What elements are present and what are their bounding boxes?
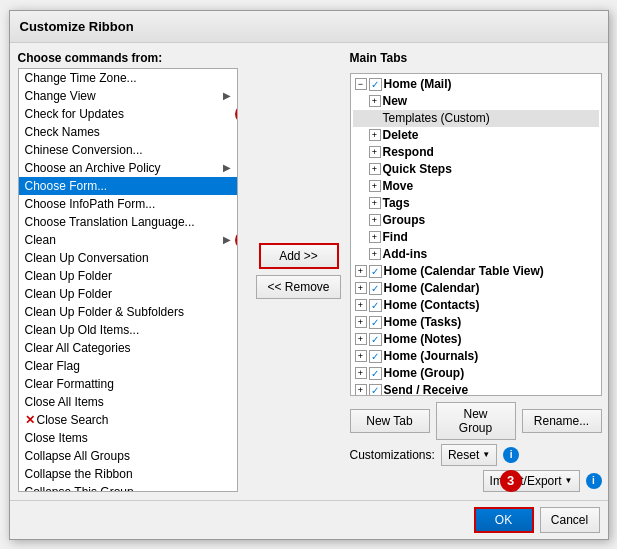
- tab-group-buttons-row: New Tab New Group Rename...: [350, 402, 602, 440]
- new-group-button[interactable]: New Group: [436, 402, 516, 440]
- tree-label: Home (Group): [384, 366, 465, 380]
- menu-item-clean-up-folder-subfolders[interactable]: Clean Up Folder & Subfolders: [19, 303, 237, 321]
- tree-label: Groups: [383, 213, 426, 227]
- checkbox[interactable]: [369, 299, 382, 312]
- checkbox[interactable]: [369, 384, 382, 396]
- menu-item-collapse-ribbon[interactable]: Collapse the Ribbon: [19, 465, 237, 483]
- tree-item-home-journals[interactable]: + Home (Journals): [353, 348, 599, 365]
- tree-item-groups[interactable]: + Groups: [353, 212, 599, 229]
- tree-label: Home (Tasks): [384, 315, 462, 329]
- checkbox[interactable]: [369, 265, 382, 278]
- menu-item-collapse-this-group[interactable]: Collapse This Group: [19, 483, 237, 492]
- menu-item-label: Change View: [25, 89, 96, 103]
- menu-item-label: Clean Up Folder & Subfolders: [25, 305, 184, 319]
- tree-label: Home (Notes): [384, 332, 462, 346]
- menu-item-choose-translation[interactable]: Choose Translation Language...: [19, 213, 237, 231]
- tree-item-home-group[interactable]: + Home (Group): [353, 365, 599, 382]
- menu-item-check-names[interactable]: Check Names: [19, 123, 237, 141]
- close-x-icon: ✕: [25, 413, 35, 427]
- checkbox[interactable]: [369, 316, 382, 329]
- menu-item-clear-flag[interactable]: Clear Flag: [19, 357, 237, 375]
- menu-item-clean-up-old-items[interactable]: Clean Up Old Items...: [19, 321, 237, 339]
- menu-item-close-items[interactable]: Close Items: [19, 429, 237, 447]
- checkbox[interactable]: [369, 367, 382, 380]
- dialog-title: Customize Ribbon: [10, 11, 608, 43]
- menu-item-label: Change Time Zone...: [25, 71, 137, 85]
- cancel-button[interactable]: Cancel: [540, 507, 600, 533]
- checkbox-home-mail[interactable]: [369, 78, 382, 91]
- menu-item-clear-formatting[interactable]: Clear Formatting: [19, 375, 237, 393]
- expand-icon: +: [369, 95, 381, 107]
- checkbox[interactable]: [369, 282, 382, 295]
- expand-icon: +: [369, 248, 381, 260]
- checkbox[interactable]: [369, 333, 382, 346]
- new-tab-button[interactable]: New Tab: [350, 409, 430, 433]
- tree-item-find[interactable]: + Find: [353, 229, 599, 246]
- expand-icon: +: [355, 299, 367, 311]
- center-controls: Add >> << Remove: [254, 51, 344, 492]
- info-icon-2[interactable]: i: [586, 473, 602, 489]
- menu-item-collapse-all-groups[interactable]: Collapse All Groups: [19, 447, 237, 465]
- expand-icon: +: [369, 129, 381, 141]
- main-tabs-tree: − Home (Mail) + New Templates (Custom) +…: [350, 73, 602, 396]
- menu-item-close-search[interactable]: ✕ Close Search: [19, 411, 237, 429]
- menu-item-clean-up-folder-1[interactable]: Clean Up Folder: [19, 267, 237, 285]
- tree-item-home-calendar[interactable]: + Home (Calendar): [353, 280, 599, 297]
- rename-button[interactable]: Rename...: [522, 409, 602, 433]
- add-button[interactable]: Add >>: [259, 243, 339, 269]
- tree-item-home-notes[interactable]: + Home (Notes): [353, 331, 599, 348]
- tree-item-home-calendar-table[interactable]: + Home (Calendar Table View): [353, 263, 599, 280]
- menu-item-clean[interactable]: Clean ▶ 2: [19, 231, 237, 249]
- menu-item-chinese-conversion[interactable]: Chinese Conversion...: [19, 141, 237, 159]
- expand-icon: +: [355, 333, 367, 345]
- tree-item-quick-steps[interactable]: + Quick Steps: [353, 161, 599, 178]
- right-panel-label: Main Tabs: [350, 51, 602, 65]
- menu-item-label: Check for Updates: [25, 107, 124, 121]
- menu-item-clean-up-conversation[interactable]: Clean Up Conversation: [19, 249, 237, 267]
- menu-item-choose-archive-policy[interactable]: Choose an Archive Policy ▶: [19, 159, 237, 177]
- expand-icon: +: [369, 163, 381, 175]
- menu-item-clean-up-folder-2[interactable]: Clean Up Folder: [19, 285, 237, 303]
- tree-item-add-ins[interactable]: + Add-ins: [353, 246, 599, 263]
- tree-label: Add-ins: [383, 247, 428, 261]
- menu-item-label: Collapse This Group: [25, 485, 134, 492]
- tree-item-move[interactable]: + Move: [353, 178, 599, 195]
- tree-item-send-receive[interactable]: + Send / Receive: [353, 382, 599, 396]
- customizations-label: Customizations:: [350, 448, 435, 462]
- ok-button[interactable]: OK: [474, 507, 534, 533]
- menu-item-check-updates[interactable]: Check for Updates 1: [19, 105, 237, 123]
- info-icon-1[interactable]: i: [503, 447, 519, 463]
- expand-icon: +: [355, 350, 367, 362]
- tree-label: New: [383, 94, 408, 108]
- tree-item-tags[interactable]: + Tags: [353, 195, 599, 212]
- menu-item-label: Choose Translation Language...: [25, 215, 195, 229]
- menu-item-label: Chinese Conversion...: [25, 143, 143, 157]
- menu-item-clear-all-categories[interactable]: Clear All Categories: [19, 339, 237, 357]
- tree-item-delete[interactable]: + Delete: [353, 127, 599, 144]
- tree-item-templates-custom[interactable]: Templates (Custom): [353, 110, 599, 127]
- menu-item-label: Choose an Archive Policy: [25, 161, 161, 175]
- tree-item-respond[interactable]: + Respond: [353, 144, 599, 161]
- menu-item-change-time-zone[interactable]: Change Time Zone...: [19, 69, 237, 87]
- import-export-button[interactable]: Import/Export ▼: [483, 470, 580, 492]
- menu-item-change-view[interactable]: Change View ▶: [19, 87, 237, 105]
- menu-item-choose-form[interactable]: Choose Form...: [19, 177, 237, 195]
- menu-item-label: Clear Flag: [25, 359, 80, 373]
- tree-label: Quick Steps: [383, 162, 452, 176]
- remove-button[interactable]: << Remove: [256, 275, 340, 299]
- import-export-row: Import/Export ▼ i 3: [350, 470, 602, 492]
- tree-item-home-mail[interactable]: − Home (Mail): [353, 76, 599, 93]
- menu-item-close-all-items[interactable]: Close All Items: [19, 393, 237, 411]
- checkbox[interactable]: [369, 350, 382, 363]
- tree-label: Tags: [383, 196, 410, 210]
- menu-item-label: Clear All Categories: [25, 341, 131, 355]
- tree-item-new[interactable]: + New: [353, 93, 599, 110]
- tree-item-home-contacts[interactable]: + Home (Contacts): [353, 297, 599, 314]
- reset-button[interactable]: Reset ▼: [441, 444, 497, 466]
- menu-item-choose-infopath[interactable]: Choose InfoPath Form...: [19, 195, 237, 213]
- tree-item-home-tasks[interactable]: + Home (Tasks): [353, 314, 599, 331]
- tree-label: Respond: [383, 145, 434, 159]
- tree-label: Home (Journals): [384, 349, 479, 363]
- bottom-controls: New Tab New Group Rename... Customizatio…: [350, 402, 602, 492]
- expand-icon: +: [355, 367, 367, 379]
